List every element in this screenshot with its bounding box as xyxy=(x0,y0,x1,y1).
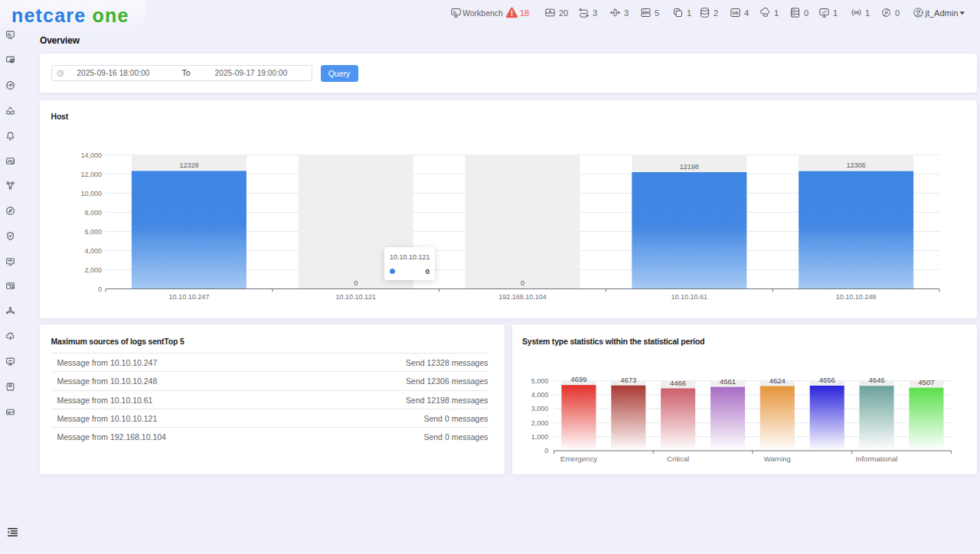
svg-text:0: 0 xyxy=(98,285,102,292)
svg-text:0: 0 xyxy=(521,279,524,287)
svg-text:192.168.10.104: 192.168.10.104 xyxy=(498,293,547,301)
svg-text:6,000: 6,000 xyxy=(84,227,102,235)
svg-text:4656: 4656 xyxy=(818,376,835,384)
svg-text:8,000: 8,000 xyxy=(84,208,102,216)
svg-text:2,000: 2,000 xyxy=(84,266,102,273)
svg-text:12198: 12198 xyxy=(680,162,699,170)
svg-text:12328: 12328 xyxy=(179,161,198,168)
svg-text:4699: 4699 xyxy=(570,375,586,383)
svg-text:0: 0 xyxy=(354,279,358,287)
svg-text:10.10.10.247: 10.10.10.247 xyxy=(169,293,210,301)
svg-text:14,000: 14,000 xyxy=(80,151,102,158)
svg-text:4673: 4673 xyxy=(620,376,636,384)
svg-text:4,000: 4,000 xyxy=(84,246,102,254)
svg-text:3,000: 3,000 xyxy=(531,405,548,412)
svg-text:OS: OS xyxy=(732,11,738,15)
svg-text:4507: 4507 xyxy=(918,378,934,386)
svg-text:Critical: Critical xyxy=(667,455,689,463)
svg-text:10,000: 10,000 xyxy=(80,189,102,197)
svg-text:12,000: 12,000 xyxy=(80,170,102,178)
svg-text:12306: 12306 xyxy=(847,161,866,169)
svg-text:4466: 4466 xyxy=(670,379,686,387)
svg-text:10.10.10.61: 10.10.10.61 xyxy=(671,293,708,301)
svg-text:4624: 4624 xyxy=(769,376,785,385)
svg-text:5,000: 5,000 xyxy=(531,377,548,385)
svg-text:4646: 4646 xyxy=(868,376,884,384)
svg-text:0: 0 xyxy=(544,447,548,455)
svg-text:4,000: 4,000 xyxy=(531,391,548,399)
svg-text:10.10.10.248: 10.10.10.248 xyxy=(836,293,877,301)
svg-text:Emergency: Emergency xyxy=(560,455,596,463)
svg-text:4561: 4561 xyxy=(719,377,735,386)
svg-text:1,000: 1,000 xyxy=(531,433,548,441)
svg-text:2,000: 2,000 xyxy=(531,419,548,427)
svg-text:Warning: Warning xyxy=(763,455,790,463)
svg-text:Informational: Informational xyxy=(855,455,897,463)
svg-text:10.10.10.121: 10.10.10.121 xyxy=(335,293,376,301)
